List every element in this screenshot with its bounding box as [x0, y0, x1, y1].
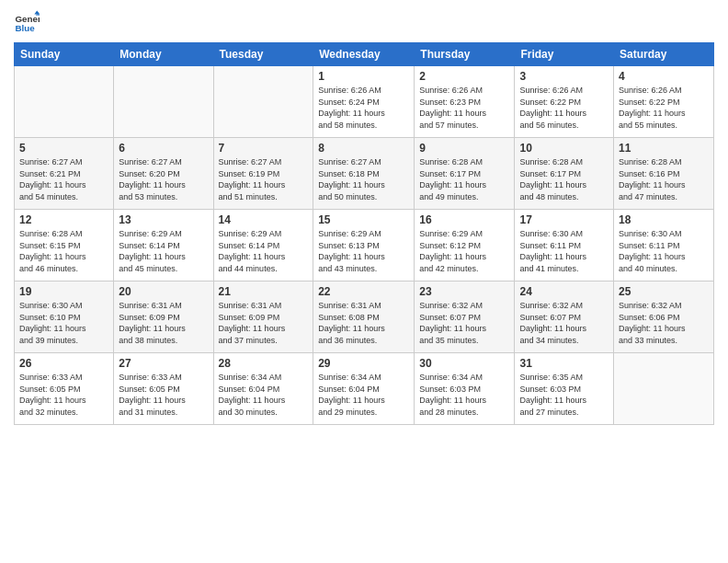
logo: General Blue	[14, 9, 43, 35]
calendar-header-tuesday: Tuesday	[213, 43, 313, 66]
calendar-cell: 24Sunrise: 6:32 AMSunset: 6:07 PMDayligh…	[515, 282, 614, 353]
calendar-cell: 13Sunrise: 6:29 AMSunset: 6:14 PMDayligh…	[114, 210, 213, 282]
calendar-header-thursday: Thursday	[415, 43, 515, 66]
day-info: Sunrise: 6:29 AMSunset: 6:14 PMDaylight:…	[219, 228, 309, 274]
day-info: Sunrise: 6:31 AMSunset: 6:09 PMDaylight:…	[219, 300, 309, 346]
day-info: Sunrise: 6:32 AMSunset: 6:06 PMDaylight:…	[619, 300, 709, 346]
day-info: Sunrise: 6:26 AMSunset: 6:22 PMDaylight:…	[619, 85, 709, 131]
calendar-cell: 17Sunrise: 6:30 AMSunset: 6:11 PMDayligh…	[515, 210, 614, 282]
day-info: Sunrise: 6:28 AMSunset: 6:17 PMDaylight:…	[419, 156, 509, 202]
calendar-cell: 30Sunrise: 6:34 AMSunset: 6:03 PMDayligh…	[415, 353, 515, 425]
logo-icon: General Blue	[14, 9, 40, 35]
svg-text:Blue: Blue	[15, 23, 35, 33]
day-number: 24	[519, 285, 609, 298]
calendar-week-1: 1Sunrise: 6:26 AMSunset: 6:24 PMDaylight…	[15, 66, 714, 138]
calendar-cell: 10Sunrise: 6:28 AMSunset: 6:17 PMDayligh…	[515, 138, 614, 210]
day-number: 16	[419, 213, 509, 226]
day-info: Sunrise: 6:29 AMSunset: 6:12 PMDaylight:…	[419, 228, 509, 274]
calendar-cell: 16Sunrise: 6:29 AMSunset: 6:12 PMDayligh…	[415, 210, 515, 282]
calendar-cell	[614, 353, 714, 425]
calendar-cell: 27Sunrise: 6:33 AMSunset: 6:05 PMDayligh…	[114, 353, 213, 425]
day-number: 11	[619, 142, 709, 155]
calendar-cell: 23Sunrise: 6:32 AMSunset: 6:07 PMDayligh…	[415, 282, 515, 353]
day-number: 3	[519, 70, 609, 83]
day-info: Sunrise: 6:33 AMSunset: 6:05 PMDaylight:…	[19, 372, 108, 418]
day-info: Sunrise: 6:27 AMSunset: 6:21 PMDaylight:…	[19, 156, 108, 202]
day-number: 28	[219, 357, 309, 370]
calendar-week-5: 26Sunrise: 6:33 AMSunset: 6:05 PMDayligh…	[15, 353, 714, 425]
calendar-cell: 15Sunrise: 6:29 AMSunset: 6:13 PMDayligh…	[313, 210, 415, 282]
calendar-cell: 29Sunrise: 6:34 AMSunset: 6:04 PMDayligh…	[313, 353, 415, 425]
header: General Blue	[14, 9, 714, 35]
calendar-cell: 25Sunrise: 6:32 AMSunset: 6:06 PMDayligh…	[614, 282, 714, 353]
calendar-cell	[114, 66, 213, 138]
day-number: 25	[619, 285, 709, 298]
day-number: 18	[619, 213, 709, 226]
calendar-cell: 6Sunrise: 6:27 AMSunset: 6:20 PMDaylight…	[114, 138, 213, 210]
day-number: 26	[19, 357, 108, 370]
calendar-cell: 8Sunrise: 6:27 AMSunset: 6:18 PMDaylight…	[313, 138, 415, 210]
day-info: Sunrise: 6:32 AMSunset: 6:07 PMDaylight:…	[519, 300, 609, 346]
page: General Blue SundayMondayTuesdayWednesda…	[0, 0, 728, 563]
day-info: Sunrise: 6:34 AMSunset: 6:04 PMDaylight:…	[318, 372, 409, 418]
day-number: 4	[619, 70, 709, 83]
calendar-cell: 7Sunrise: 6:27 AMSunset: 6:19 PMDaylight…	[213, 138, 313, 210]
calendar-cell	[15, 66, 114, 138]
day-info: Sunrise: 6:34 AMSunset: 6:03 PMDaylight:…	[419, 372, 509, 418]
day-number: 12	[19, 213, 108, 226]
day-number: 17	[519, 213, 609, 226]
calendar-cell: 22Sunrise: 6:31 AMSunset: 6:08 PMDayligh…	[313, 282, 415, 353]
day-number: 15	[318, 213, 409, 226]
calendar-week-2: 5Sunrise: 6:27 AMSunset: 6:21 PMDaylight…	[15, 138, 714, 210]
calendar-header-row: SundayMondayTuesdayWednesdayThursdayFrid…	[15, 43, 714, 66]
day-number: 31	[519, 357, 609, 370]
calendar-header-sunday: Sunday	[15, 43, 114, 66]
day-info: Sunrise: 6:28 AMSunset: 6:15 PMDaylight:…	[19, 228, 108, 274]
day-info: Sunrise: 6:30 AMSunset: 6:10 PMDaylight:…	[19, 300, 108, 346]
day-info: Sunrise: 6:30 AMSunset: 6:11 PMDaylight:…	[519, 228, 609, 274]
calendar-table: SundayMondayTuesdayWednesdayThursdayFrid…	[14, 42, 714, 425]
day-number: 19	[19, 285, 108, 298]
calendar-cell: 14Sunrise: 6:29 AMSunset: 6:14 PMDayligh…	[213, 210, 313, 282]
calendar-cell: 11Sunrise: 6:28 AMSunset: 6:16 PMDayligh…	[614, 138, 714, 210]
day-info: Sunrise: 6:27 AMSunset: 6:20 PMDaylight:…	[119, 156, 208, 202]
day-number: 7	[219, 142, 309, 155]
day-info: Sunrise: 6:27 AMSunset: 6:18 PMDaylight:…	[318, 156, 409, 202]
calendar-cell: 20Sunrise: 6:31 AMSunset: 6:09 PMDayligh…	[114, 282, 213, 353]
calendar-header-saturday: Saturday	[614, 43, 714, 66]
day-number: 30	[419, 357, 509, 370]
calendar-cell: 31Sunrise: 6:35 AMSunset: 6:03 PMDayligh…	[515, 353, 614, 425]
day-number: 29	[318, 357, 409, 370]
day-info: Sunrise: 6:26 AMSunset: 6:24 PMDaylight:…	[318, 85, 409, 131]
day-info: Sunrise: 6:28 AMSunset: 6:17 PMDaylight:…	[519, 156, 609, 202]
day-number: 2	[419, 70, 509, 83]
calendar-cell: 3Sunrise: 6:26 AMSunset: 6:22 PMDaylight…	[515, 66, 614, 138]
day-info: Sunrise: 6:34 AMSunset: 6:04 PMDaylight:…	[219, 372, 309, 418]
calendar-header-friday: Friday	[515, 43, 614, 66]
day-info: Sunrise: 6:35 AMSunset: 6:03 PMDaylight:…	[519, 372, 609, 418]
day-number: 8	[318, 142, 409, 155]
day-number: 9	[419, 142, 509, 155]
day-info: Sunrise: 6:33 AMSunset: 6:05 PMDaylight:…	[119, 372, 208, 418]
calendar-cell: 1Sunrise: 6:26 AMSunset: 6:24 PMDaylight…	[313, 66, 415, 138]
calendar-week-4: 19Sunrise: 6:30 AMSunset: 6:10 PMDayligh…	[15, 282, 714, 353]
day-info: Sunrise: 6:26 AMSunset: 6:22 PMDaylight:…	[519, 85, 609, 131]
day-number: 14	[219, 213, 309, 226]
day-number: 6	[119, 142, 208, 155]
day-info: Sunrise: 6:27 AMSunset: 6:19 PMDaylight:…	[219, 156, 309, 202]
day-number: 1	[318, 70, 409, 83]
calendar-week-3: 12Sunrise: 6:28 AMSunset: 6:15 PMDayligh…	[15, 210, 714, 282]
calendar-cell: 12Sunrise: 6:28 AMSunset: 6:15 PMDayligh…	[15, 210, 114, 282]
day-info: Sunrise: 6:31 AMSunset: 6:08 PMDaylight:…	[318, 300, 409, 346]
day-number: 10	[519, 142, 609, 155]
day-info: Sunrise: 6:28 AMSunset: 6:16 PMDaylight:…	[619, 156, 709, 202]
day-info: Sunrise: 6:30 AMSunset: 6:11 PMDaylight:…	[619, 228, 709, 274]
calendar-cell: 4Sunrise: 6:26 AMSunset: 6:22 PMDaylight…	[614, 66, 714, 138]
calendar-cell: 18Sunrise: 6:30 AMSunset: 6:11 PMDayligh…	[614, 210, 714, 282]
day-number: 20	[119, 285, 208, 298]
day-info: Sunrise: 6:29 AMSunset: 6:13 PMDaylight:…	[318, 228, 409, 274]
calendar-cell: 9Sunrise: 6:28 AMSunset: 6:17 PMDaylight…	[415, 138, 515, 210]
day-number: 13	[119, 213, 208, 226]
day-number: 5	[19, 142, 108, 155]
calendar-cell: 5Sunrise: 6:27 AMSunset: 6:21 PMDaylight…	[15, 138, 114, 210]
